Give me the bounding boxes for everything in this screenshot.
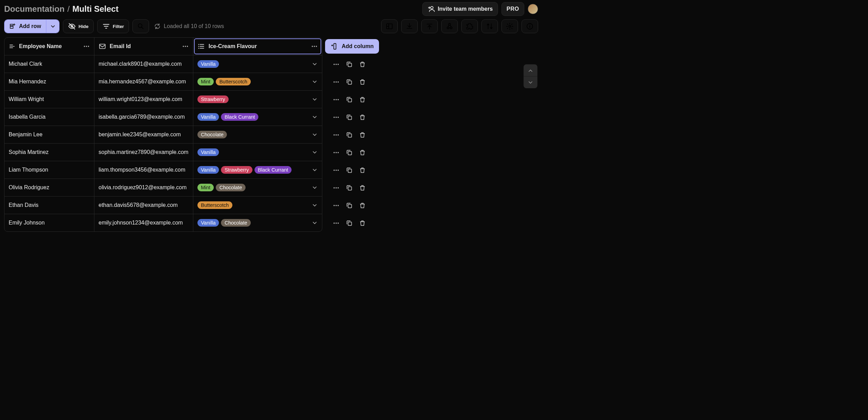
cell-name[interactable]: William Wright bbox=[4, 91, 94, 108]
cell-name[interactable]: Emily Johnson bbox=[4, 214, 94, 231]
invite-team-button[interactable]: Invite team members bbox=[422, 2, 498, 16]
row-more-button[interactable] bbox=[333, 149, 340, 156]
add-row-button[interactable]: Add row bbox=[4, 20, 46, 33]
flavour-dropdown-toggle[interactable] bbox=[312, 202, 318, 208]
sort-button[interactable] bbox=[481, 19, 498, 33]
cell-flavour[interactable]: Vanilla bbox=[193, 55, 322, 73]
flavour-dropdown-toggle[interactable] bbox=[312, 184, 318, 191]
row-more-button[interactable] bbox=[333, 96, 340, 103]
layout-button[interactable] bbox=[381, 19, 398, 33]
export-button[interactable] bbox=[421, 19, 438, 33]
webhook-button[interactable] bbox=[441, 19, 458, 33]
row-copy-button[interactable] bbox=[346, 96, 353, 103]
import-button[interactable] bbox=[401, 19, 418, 33]
column-menu-email[interactable] bbox=[182, 43, 189, 50]
cell-email[interactable]: sophia.martinez7890@example.com bbox=[94, 144, 193, 161]
table-row: Olivia Rodriguezolivia.rodriguez9012@exa… bbox=[4, 179, 322, 197]
cell-name[interactable]: Isabella Garcia bbox=[4, 108, 94, 126]
flavour-dropdown-toggle[interactable] bbox=[312, 167, 318, 173]
cell-email[interactable]: benjamin.lee2345@example.com bbox=[94, 126, 193, 143]
column-menu-name[interactable] bbox=[83, 43, 90, 50]
add-row-menu-button[interactable] bbox=[46, 20, 59, 33]
row-delete-button[interactable] bbox=[359, 167, 366, 174]
flavour-dropdown-toggle[interactable] bbox=[312, 96, 318, 102]
cell-email[interactable]: emily.johnson1234@example.com bbox=[94, 214, 193, 231]
cell-flavour[interactable]: Butterscotch bbox=[193, 197, 322, 214]
cell-name[interactable]: Liam Thompson bbox=[4, 161, 94, 179]
row-delete-button[interactable] bbox=[359, 61, 366, 68]
row-more-button[interactable] bbox=[333, 167, 340, 174]
cell-flavour[interactable]: VanillaBlack Currant bbox=[193, 108, 322, 126]
cell-flavour[interactable]: Vanilla bbox=[193, 144, 322, 161]
flavour-dropdown-toggle[interactable] bbox=[312, 220, 318, 226]
cell-name[interactable]: Olivia Rodriguez bbox=[4, 179, 94, 196]
row-delete-button[interactable] bbox=[359, 184, 366, 191]
cell-flavour[interactable]: Chocolate bbox=[193, 126, 322, 143]
cell-name[interactable]: Benjamin Lee bbox=[4, 126, 94, 143]
row-delete-button[interactable] bbox=[359, 220, 366, 227]
row-more-button[interactable] bbox=[333, 220, 340, 227]
extensions-button[interactable] bbox=[461, 19, 478, 33]
row-copy-button[interactable] bbox=[346, 184, 353, 191]
cell-flavour[interactable]: VanillaStrawberryBlack Currant bbox=[193, 161, 322, 179]
cell-flavour[interactable]: VanillaChocolate bbox=[193, 214, 322, 231]
settings-button[interactable] bbox=[501, 19, 518, 33]
cell-email[interactable]: isabella.garcia6789@example.com bbox=[94, 108, 193, 126]
row-more-button[interactable] bbox=[333, 131, 340, 138]
cell-email[interactable]: michael.clark8901@example.com bbox=[94, 55, 193, 73]
row-copy-button[interactable] bbox=[346, 202, 353, 209]
row-delete-button[interactable] bbox=[359, 131, 366, 138]
column-header-name[interactable]: Employee Name bbox=[4, 38, 94, 55]
flavour-dropdown-toggle[interactable] bbox=[312, 149, 318, 155]
flavour-tags: Vanilla bbox=[197, 60, 312, 68]
cell-email[interactable]: ethan.davis5678@example.com bbox=[94, 197, 193, 214]
row-copy-button[interactable] bbox=[346, 149, 353, 156]
cell-name-text: Liam Thompson bbox=[9, 167, 48, 173]
cell-name[interactable]: Sophia Martinez bbox=[4, 144, 94, 161]
hide-columns-button[interactable]: Hide bbox=[63, 19, 94, 33]
row-delete-button[interactable] bbox=[359, 79, 366, 85]
user-avatar[interactable] bbox=[528, 4, 538, 14]
cell-name[interactable]: Mia Hernandez bbox=[4, 73, 94, 90]
row-more-button[interactable] bbox=[333, 202, 340, 209]
row-more-button[interactable] bbox=[333, 79, 340, 85]
scroll-up-button[interactable] bbox=[524, 64, 537, 76]
row-copy-button[interactable] bbox=[346, 220, 353, 227]
flavour-dropdown-toggle[interactable] bbox=[312, 131, 318, 138]
row-more-button[interactable] bbox=[333, 184, 340, 191]
cell-email[interactable]: liam.thompson3456@example.com bbox=[94, 161, 193, 179]
cell-name[interactable]: Michael Clark bbox=[4, 55, 94, 73]
row-delete-button[interactable] bbox=[359, 114, 366, 121]
row-copy-button[interactable] bbox=[346, 167, 353, 174]
pro-badge-button[interactable]: PRO bbox=[501, 2, 524, 16]
cell-email[interactable]: mia.hernandez4567@example.com bbox=[94, 73, 193, 90]
row-delete-button[interactable] bbox=[359, 96, 366, 103]
row-copy-button[interactable] bbox=[346, 79, 353, 85]
column-header-email[interactable]: Email Id bbox=[94, 38, 193, 55]
row-delete-button[interactable] bbox=[359, 149, 366, 156]
flavour-dropdown-toggle[interactable] bbox=[312, 114, 318, 120]
info-button[interactable] bbox=[521, 19, 538, 33]
row-more-button[interactable] bbox=[333, 114, 340, 121]
search-button[interactable] bbox=[132, 19, 149, 33]
add-column-button[interactable]: Add column bbox=[325, 39, 379, 54]
cell-name[interactable]: Ethan Davis bbox=[4, 197, 94, 214]
cell-email[interactable]: william.wright0123@example.com bbox=[94, 91, 193, 108]
cell-flavour[interactable]: MintButterscotch bbox=[193, 73, 322, 90]
row-copy-button[interactable] bbox=[346, 61, 353, 68]
column-header-flavour[interactable]: Ice-Cream Flavour bbox=[193, 38, 322, 55]
scroll-down-button[interactable] bbox=[524, 76, 537, 88]
cell-flavour[interactable]: Strawberry bbox=[193, 91, 322, 108]
row-copy-button[interactable] bbox=[346, 131, 353, 138]
breadcrumb-parent[interactable]: Documentation bbox=[4, 4, 65, 14]
person-add-icon bbox=[427, 5, 435, 13]
flavour-dropdown-toggle[interactable] bbox=[312, 79, 318, 85]
row-copy-button[interactable] bbox=[346, 114, 353, 121]
row-delete-button[interactable] bbox=[359, 202, 366, 209]
filter-button[interactable]: Filter bbox=[97, 19, 129, 33]
cell-flavour[interactable]: MintChocolate bbox=[193, 179, 322, 196]
flavour-dropdown-toggle[interactable] bbox=[312, 61, 318, 67]
row-more-button[interactable] bbox=[333, 61, 340, 68]
column-menu-flavour[interactable] bbox=[311, 43, 318, 50]
cell-email[interactable]: olivia.rodriguez9012@example.com bbox=[94, 179, 193, 196]
